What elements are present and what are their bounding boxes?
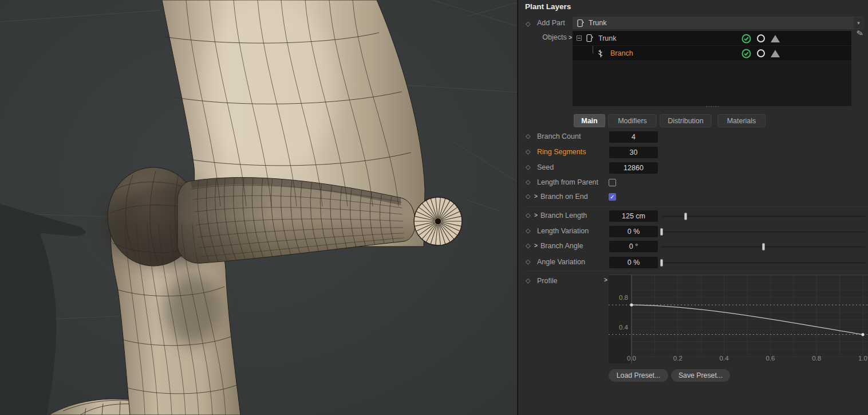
diamond-icon: ◇ [526, 20, 530, 28]
param-row-ring-segments: ◇ Ring Segments 30 [518, 147, 868, 158]
add-part-selected: Trunk [589, 19, 607, 27]
param-label: Angle Variation [537, 258, 585, 266]
tree-indent-line [573, 46, 597, 61]
param-row-branch-length: ◇ > Branch Length 125 cm [518, 210, 868, 222]
branch-on-end-checkbox[interactable]: ✓ [609, 193, 616, 201]
save-preset-button[interactable]: Save Preset... [671, 369, 730, 382]
param-label: Branch Count [537, 132, 581, 140]
diamond-icon: ◇ [526, 163, 530, 171]
tab-distribution[interactable]: Distribution [660, 114, 712, 127]
diamond-icon: ◇ [526, 258, 530, 265]
svg-text:1.0: 1.0 [858, 355, 867, 362]
expander-icon[interactable] [577, 36, 582, 41]
param-label: Ring Segments [537, 148, 586, 156]
app-window: Plant Layers ◇ Add Part Trunk ▾ Objects … [0, 0, 868, 415]
param-label: Branch on End [540, 193, 588, 201]
param-row-branch-angle: ◇ > Branch Angle 0 ° [518, 241, 868, 252]
diamond-icon: ◇ [526, 227, 530, 234]
enabled-toggle-icon[interactable] [741, 49, 751, 58]
svg-text:0.4: 0.4 [720, 355, 729, 362]
diamond-icon: ◇ [526, 277, 530, 284]
angle-variation-slider[interactable] [661, 262, 866, 264]
layer-triangle-icon[interactable] [771, 50, 780, 57]
param-row-seed: ◇ Seed 12860 [518, 162, 868, 174]
branch-angle-input[interactable]: 0 ° [609, 241, 658, 252]
param-label: Length Variation [537, 227, 589, 235]
diamond-icon: ◇ [526, 212, 530, 219]
diamond-icon: ◇ [526, 148, 530, 155]
param-row-length-variation: ◇ Length Variation 0 % [518, 226, 868, 237]
add-part-dropdown[interactable]: Trunk ▾ [573, 17, 864, 29]
objects-chevron[interactable]: > [569, 34, 572, 41]
render-toggle-icon[interactable] [757, 49, 765, 57]
render-toggle-icon[interactable] [757, 34, 765, 42]
param-label: Length from Parent [537, 178, 598, 186]
slider-knob[interactable] [684, 213, 687, 220]
param-row-length-from-parent: ◇ Length from Parent ✓ [518, 177, 868, 189]
param-label: Branch Length [540, 212, 587, 220]
param-label: Branch Angle [540, 242, 583, 250]
tree-item-label: Branch [610, 49, 633, 57]
tree-row-branch[interactable]: Branch [573, 46, 851, 61]
tab-materials[interactable]: Materials [717, 114, 766, 127]
svg-text:0.0: 0.0 [627, 355, 636, 362]
tree-item-label: Trunk [598, 34, 617, 42]
expand-chevron-icon[interactable]: > [534, 242, 538, 249]
load-preset-button[interactable]: Load Preset... [609, 369, 668, 382]
svg-text:0.8: 0.8 [812, 355, 821, 362]
length-from-parent-checkbox[interactable]: ✓ [609, 179, 616, 186]
panel-resize-handle[interactable]: ······ [690, 103, 736, 109]
length-variation-input[interactable]: 0 % [609, 226, 658, 237]
angle-variation-input[interactable]: 0 % [609, 257, 658, 268]
diamond-icon: ◇ [526, 193, 530, 200]
branch-tip-cap [414, 197, 462, 245]
tab-modifiers[interactable]: Modifiers [608, 114, 657, 127]
tab-main[interactable]: Main [574, 114, 605, 127]
param-label: Profile [537, 277, 557, 285]
svg-text:0.2: 0.2 [673, 355, 682, 362]
dropdown-arrow-button[interactable]: ▾ [854, 17, 863, 29]
param-row-branch-on-end: ◇ > Branch on End ✓ [518, 191, 868, 203]
param-row-angle-variation: ◇ Angle Variation 0 % [518, 257, 868, 268]
object-tree-list: Trunk Branch [573, 31, 851, 106]
expand-chevron-icon[interactable]: > [534, 212, 538, 218]
param-row-branch-count: ◇ Branch Count 4 [518, 131, 868, 143]
branch-icon [597, 49, 605, 58]
length-variation-slider[interactable] [661, 231, 866, 233]
edit-pencil-icon[interactable]: ✎ [855, 28, 864, 38]
slider-knob[interactable] [762, 243, 765, 250]
layer-triangle-icon[interactable] [771, 35, 780, 42]
panel-title: Plant Layers [525, 2, 571, 11]
seed-input[interactable]: 12860 [609, 162, 658, 174]
tree-row-trunk[interactable]: Trunk [573, 31, 851, 46]
expand-chevron-icon[interactable]: > [534, 193, 538, 199]
branch-length-slider[interactable] [661, 216, 866, 217]
objects-label: Objects > [537, 33, 572, 41]
trunk-icon [586, 34, 593, 42]
trunk-icon [577, 19, 584, 28]
viewport-3d[interactable] [0, 0, 518, 415]
separator [526, 271, 868, 271]
enabled-toggle-icon[interactable] [741, 34, 751, 44]
plant-layers-panel: Plant Layers ◇ Add Part Trunk ▾ Objects … [518, 0, 868, 415]
branch-angle-slider[interactable] [661, 246, 866, 248]
profile-expand-chevron[interactable]: > [604, 277, 607, 283]
profile-curve-editor[interactable]: 0.00.20.40.60.81.00.80.4 [609, 275, 868, 363]
slider-knob[interactable] [660, 259, 663, 267]
branch-length-input[interactable]: 125 cm [609, 210, 658, 222]
separator [526, 206, 868, 207]
svg-text:0.4: 0.4 [619, 324, 629, 331]
diamond-icon: ◇ [526, 178, 530, 186]
slider-knob[interactable] [660, 228, 663, 236]
diamond-icon: ◇ [526, 132, 530, 140]
ring-segments-input[interactable]: 30 [609, 147, 658, 158]
svg-text:0.6: 0.6 [766, 355, 775, 362]
branch-count-input[interactable]: 4 [609, 131, 658, 143]
svg-text:0.8: 0.8 [619, 294, 628, 301]
diamond-icon: ◇ [526, 242, 530, 249]
param-label: Seed [537, 163, 554, 171]
add-part-label: Add Part [537, 19, 565, 27]
